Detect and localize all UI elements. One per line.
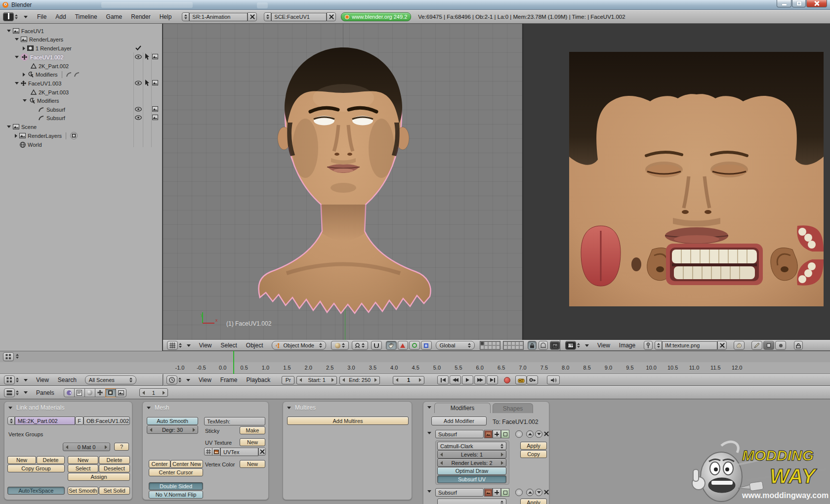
- outliner-menu[interactable]: Search: [53, 377, 81, 383]
- preview-range-button[interactable]: Pr: [282, 376, 294, 384]
- timeline-menu[interactable]: View: [194, 377, 216, 383]
- viewport-type-stepper[interactable]: [179, 343, 182, 348]
- select-arrow-icon[interactable]: [145, 53, 150, 60]
- collapse-menus-icon[interactable]: [187, 344, 191, 347]
- scene-name-field[interactable]: SCE:FaceUV1: [271, 13, 327, 21]
- vgroup-new-button[interactable]: New: [7, 456, 36, 464]
- delete-screen-button[interactable]: [248, 12, 257, 21]
- panel-collapse-icon[interactable]: [287, 407, 291, 409]
- material-delete-button[interactable]: Delete: [99, 456, 130, 464]
- delete-scene-button[interactable]: [327, 12, 336, 21]
- expand-icon[interactable]: [23, 46, 25, 50]
- menubar-menu[interactable]: Timeline: [71, 13, 102, 20]
- panel-collapse-icon[interactable]: [427, 406, 431, 409]
- panel-collapse-icon[interactable]: [147, 407, 151, 409]
- assign-button[interactable]: Assign: [68, 473, 130, 481]
- outliner-type-icon[interactable]: [3, 352, 14, 361]
- outliner-row[interactable]: Subsurf: [39, 114, 65, 122]
- menubar-menu[interactable]: Render: [126, 13, 155, 20]
- layer-buttons[interactable]: [480, 341, 524, 350]
- outliner-row[interactable]: RenderLayers: [15, 35, 63, 43]
- uv-menu[interactable]: View: [593, 342, 615, 349]
- outliner-row[interactable]: Modifiers: [23, 70, 80, 79]
- eye-icon[interactable]: [135, 54, 142, 59]
- menubar-menu[interactable]: Help: [155, 13, 176, 20]
- render-restrict-icon[interactable]: [152, 80, 158, 85]
- viewport-type-icon[interactable]: [167, 341, 178, 350]
- modifier-cage-toggle[interactable]: [515, 430, 523, 438]
- screen-stepper-icon[interactable]: [182, 12, 189, 21]
- keyingset-key-icon[interactable]: [527, 376, 538, 384]
- script-context-icon[interactable]: [74, 388, 85, 397]
- modifier-copy-button[interactable]: Copy: [520, 450, 547, 458]
- mesh-datablock-field[interactable]: ME:2K_Part.002: [15, 417, 75, 425]
- modifier-render-toggle-icon[interactable]: [484, 488, 493, 497]
- outliner-row[interactable]: Scene: [7, 123, 37, 131]
- outliner-row[interactable]: 1 RenderLayer: [23, 44, 72, 52]
- material-help-button[interactable]: ?: [114, 443, 129, 451]
- modifier-editmode-toggle-icon[interactable]: [501, 430, 509, 438]
- uvtex-grid-icon[interactable]: [204, 448, 212, 456]
- collapse-menus-icon[interactable]: [24, 16, 28, 18]
- mask-square-icon[interactable]: [763, 341, 774, 350]
- expand-icon[interactable]: [7, 126, 11, 128]
- select-arrow-icon[interactable]: [145, 80, 150, 86]
- modifier-render-toggle-icon[interactable]: [484, 430, 493, 438]
- buttons-type-stepper[interactable]: [16, 390, 19, 395]
- modifier-cage-toggle[interactable]: [515, 489, 523, 496]
- manipulator-hand-icon[interactable]: [386, 341, 397, 350]
- add-multires-button[interactable]: Add Multires: [287, 417, 409, 425]
- expand-icon[interactable]: [7, 30, 11, 32]
- mute-speaker-icon[interactable]: [547, 376, 560, 384]
- uv-image-editor[interactable]: [522, 24, 830, 340]
- expand-icon[interactable]: [15, 38, 19, 41]
- outliner-scope-dropdown[interactable]: All Scenes: [85, 376, 136, 384]
- texmesh-field[interactable]: TexMesh:: [204, 417, 265, 425]
- mask-dot-icon[interactable]: [775, 341, 786, 350]
- material-index-stepper[interactable]: 0 Mat 0: [63, 443, 110, 451]
- menubar-menu[interactable]: Add: [51, 13, 70, 20]
- object-name-field[interactable]: OB:FaceUV1.002: [83, 417, 130, 425]
- record-button[interactable]: [504, 377, 510, 383]
- copy-group-button[interactable]: Copy Group: [7, 464, 65, 472]
- scene-context-icon[interactable]: [116, 388, 126, 397]
- buttons-type-icon[interactable]: [4, 388, 15, 397]
- timeline-type-stepper[interactable]: [178, 378, 181, 382]
- scene-stepper-icon[interactable]: [264, 12, 271, 21]
- object-context-icon[interactable]: [95, 388, 106, 397]
- panel-collapse-icon[interactable]: [8, 407, 12, 409]
- jump-end-button[interactable]: [487, 376, 498, 384]
- timeline-type-clock-icon[interactable]: [166, 376, 177, 384]
- no-vnormal-flip-toggle[interactable]: No V.Normal Flip: [149, 491, 203, 499]
- uvtex-delete-button[interactable]: [258, 448, 266, 456]
- render-preview-icon[interactable]: [550, 341, 560, 350]
- outliner-row[interactable]: FaceUV1: [7, 27, 44, 35]
- screen-selector[interactable]: SR:1-Animation: [182, 12, 257, 21]
- outliner-row[interactable]: 2K_Part.002: [31, 62, 69, 70]
- tab-shapes[interactable]: Shapes: [493, 403, 533, 413]
- outliner-header-type-icon[interactable]: [4, 376, 15, 384]
- fake-user-button[interactable]: F: [75, 417, 83, 425]
- shading-context-icon[interactable]: [84, 388, 95, 397]
- lock-open-icon[interactable]: [794, 341, 803, 350]
- vgroup-delete-button[interactable]: Delete: [37, 456, 65, 464]
- uvtex-name-field[interactable]: UVTex: [220, 448, 258, 456]
- modifier-name-field[interactable]: Subsurf: [435, 430, 484, 438]
- modifier-expand-icon[interactable]: [427, 490, 431, 493]
- subsurf-uv-toggle[interactable]: Subsurf UV: [437, 475, 506, 483]
- set-smooth-button[interactable]: Set Smooth: [68, 487, 98, 495]
- uv-editor-type-icon[interactable]: [565, 341, 576, 350]
- outliner-row-selected[interactable]: FaceUV1.002: [15, 53, 63, 61]
- outliner-header-stepper[interactable]: [16, 378, 19, 382]
- uv-type-stepper[interactable]: [577, 343, 580, 348]
- expand-icon[interactable]: [15, 134, 17, 138]
- scale-manipulator-icon[interactable]: [421, 341, 432, 350]
- panels-menu[interactable]: Panels: [32, 389, 59, 396]
- modifier-expand-icon[interactable]: [427, 432, 431, 434]
- deselect-button[interactable]: Deselect: [99, 464, 130, 472]
- outliner-row[interactable]: Subsurf: [39, 105, 65, 114]
- outliner-type-stepper[interactable]: [16, 354, 19, 359]
- add-modifier-button[interactable]: Add Modifier: [431, 417, 487, 425]
- collapse-menus-icon[interactable]: [585, 344, 589, 347]
- start-frame-field[interactable]: Start: 1: [296, 376, 337, 384]
